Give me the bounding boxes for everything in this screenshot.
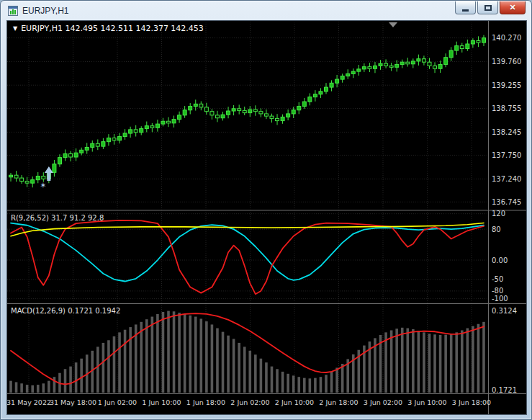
svg-text:1 Jun 02:00: 1 Jun 02:00	[98, 398, 137, 406]
title-bar[interactable]: EURJPY,H1	[1, 1, 531, 19]
minimize-button[interactable]	[455, 1, 476, 14]
chart-window: EURJPY,H1 ✕ ✶140.270139.760139.255138.75…	[0, 0, 532, 420]
window-controls: ✕	[455, 1, 526, 14]
close-button[interactable]: ✕	[500, 1, 526, 14]
svg-text:2 Jun 02:00: 2 Jun 02:00	[230, 398, 269, 406]
svg-text:138.755: 138.755	[492, 104, 521, 112]
svg-text:3 Jun 18:00: 3 Jun 18:00	[452, 398, 491, 406]
window-title: EURJPY,H1	[22, 6, 68, 16]
maximize-button[interactable]	[477, 1, 498, 14]
svg-text:137.750: 137.750	[492, 151, 521, 159]
svg-text:3 Jun 10:00: 3 Jun 10:00	[407, 398, 446, 406]
chart-app-icon	[8, 6, 18, 16]
svg-text:136.745: 136.745	[492, 198, 521, 206]
svg-text:3 Jun 02:00: 3 Jun 02:00	[364, 398, 402, 406]
svg-text:31 May 18:00: 31 May 18:00	[50, 398, 96, 406]
chart-shift-marker[interactable]	[389, 22, 397, 27]
axis-layer: 140.270139.760139.255138.755138.245137.7…	[7, 34, 521, 406]
star-marker-icon: ✶	[40, 181, 46, 190]
svg-text:-100: -100	[492, 295, 508, 303]
oscillator-red-line	[11, 220, 484, 294]
candles-layer	[9, 35, 486, 188]
svg-text:137.240: 137.240	[492, 175, 521, 183]
svg-text:80: 80	[492, 225, 501, 233]
chart-canvas[interactable]: ✶140.270139.760139.255138.755138.245137.…	[7, 21, 526, 414]
maximize-icon	[484, 5, 492, 11]
svg-text:139.255: 139.255	[492, 81, 521, 89]
svg-text:1 Jun 10:00: 1 Jun 10:00	[142, 398, 181, 406]
svg-text:138.245: 138.245	[492, 128, 521, 136]
grid-layer	[7, 22, 488, 393]
svg-text:-80: -80	[492, 287, 503, 295]
svg-text:31 May 2022: 31 May 2022	[7, 398, 51, 406]
svg-text:0.1721: 0.1721	[492, 386, 517, 394]
svg-text:0.00: 0.00	[492, 256, 508, 264]
svg-text:-50: -50	[492, 275, 503, 283]
svg-text:139.760: 139.760	[492, 58, 521, 66]
buy-arrow-icon	[45, 166, 53, 181]
svg-text:0.3124: 0.3124	[492, 307, 517, 315]
svg-text:120: 120	[492, 210, 505, 218]
separator-layer	[7, 21, 526, 414]
chart-client-area: ✶140.270139.760139.255138.755138.245137.…	[6, 20, 527, 415]
close-icon: ✕	[509, 4, 515, 12]
svg-text:2 Jun 18:00: 2 Jun 18:00	[319, 398, 358, 406]
oscillator-layer	[11, 220, 484, 294]
svg-text:1 Jun 18:00: 1 Jun 18:00	[186, 398, 225, 406]
svg-text:140.270: 140.270	[492, 34, 521, 42]
minimize-icon	[462, 9, 469, 12]
svg-text:2 Jun 10:00: 2 Jun 10:00	[275, 398, 314, 406]
macd-layer	[9, 311, 485, 393]
